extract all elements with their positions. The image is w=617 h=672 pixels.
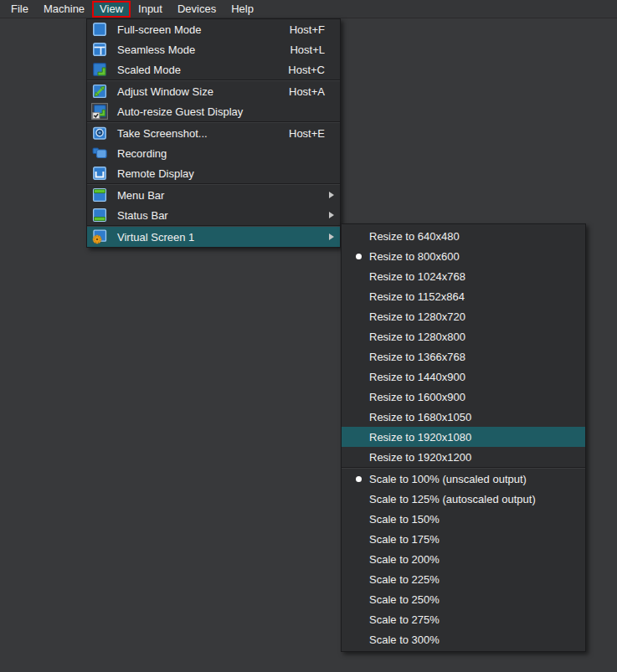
- submenu-arrow-icon: [329, 192, 334, 198]
- menubar-item-help[interactable]: Help: [224, 1, 261, 18]
- submenu-item-scale-to-250[interactable]: Scale to 250%: [342, 589, 585, 609]
- shortcut-label: Host+E: [289, 127, 335, 140]
- submenu-item-resize-to-1440x900[interactable]: Resize to 1440x900: [342, 367, 585, 387]
- shortcut-label: Host+L: [290, 44, 335, 56]
- menu-item-take-screenshot[interactable]: Take Screenshot...Host+E: [87, 123, 340, 143]
- submenu-item-resize-to-800x600[interactable]: Resize to 800x600: [342, 246, 585, 266]
- submenu-item-resize-to-1366x768[interactable]: Resize to 1366x768: [342, 346, 585, 367]
- submenu-item-label: Scale to 100% (unscaled output): [369, 473, 527, 485]
- submenu-item-scale-to-100-unscaled-output[interactable]: Scale to 100% (unscaled output): [342, 469, 585, 489]
- submenu-item-resize-to-1920x1200[interactable]: Resize to 1920x1200: [342, 447, 585, 467]
- menu-item-seamless-mode[interactable]: Seamless ModeHost+L: [87, 39, 340, 59]
- menu-item-full-screen-mode[interactable]: Full-screen ModeHost+F: [87, 19, 340, 39]
- adjust-window-size-icon: [90, 82, 110, 100]
- submenu-item-label: Resize to 1024x768: [369, 270, 465, 283]
- submenu-item-label: Resize to 1920x1200: [369, 451, 471, 464]
- menu-item-label: Take Screenshot...: [117, 127, 208, 140]
- auto-resize-icon: [90, 102, 110, 121]
- submenu-item-label: Scale to 125% (autoscaled output): [369, 493, 536, 505]
- view-menu-popup: Full-screen ModeHost+FSeamless ModeHost+…: [86, 18, 341, 248]
- submenu-item-label: Scale to 225%: [369, 573, 440, 586]
- submenu-item-label: Resize to 1920x1080: [369, 431, 471, 444]
- shortcut-label: Host+A: [289, 85, 335, 98]
- radio-selected-icon: [347, 476, 369, 482]
- menu-item-adjust-window-size[interactable]: Adjust Window SizeHost+A: [87, 81, 340, 101]
- menubar-item-view[interactable]: View: [92, 1, 131, 18]
- menu-item-label: Virtual Screen 1: [117, 231, 194, 244]
- submenu-item-resize-to-1680x1050[interactable]: Resize to 1680x1050: [342, 407, 585, 427]
- menubar-item-file[interactable]: File: [3, 1, 36, 18]
- submenu-item-resize-to-640x480[interactable]: Resize to 640x480: [342, 226, 585, 246]
- menu-item-recording[interactable]: Recording: [87, 143, 340, 163]
- submenu-item-label: Scale to 250%: [369, 593, 440, 606]
- submenu-item-label: Resize to 1366x768: [369, 351, 465, 363]
- virtual-screen-icon: [90, 228, 110, 246]
- menu-item-virtual-screen-1[interactable]: Virtual Screen 1: [87, 227, 340, 247]
- submenu-item-scale-to-300[interactable]: Scale to 300%: [342, 629, 585, 649]
- shortcut-label: Host+C: [288, 64, 335, 76]
- menu-item-label: Adjust Window Size: [117, 85, 213, 98]
- menu-item-scaled-mode[interactable]: Scaled ModeHost+C: [87, 59, 340, 80]
- submenu-item-resize-to-1024x768[interactable]: Resize to 1024x768: [342, 266, 585, 286]
- menu-item-label: Full-screen Mode: [117, 23, 201, 36]
- menu-bar: FileMachineViewInputDevicesHelp: [0, 0, 617, 18]
- submenu-item-resize-to-1280x800[interactable]: Resize to 1280x800: [342, 326, 585, 346]
- menu-item-auto-resize-guest-display[interactable]: Auto-resize Guest Display: [87, 101, 340, 121]
- virtualbox-vm-window: { "menubar": { "items": ["File", "Machin…: [0, 0, 617, 672]
- fullscreen-icon: [90, 20, 110, 38]
- submenu-item-resize-to-1920x1080[interactable]: Resize to 1920x1080: [342, 427, 585, 447]
- submenu-item-label: Resize to 1440x900: [369, 371, 465, 383]
- submenu-item-resize-to-1280x720[interactable]: Resize to 1280x720: [342, 306, 585, 326]
- menu-item-label: Recording: [117, 147, 167, 160]
- menu-bar-icon: [90, 186, 110, 204]
- status-bar-icon: [90, 206, 110, 224]
- submenu-item-scale-to-225[interactable]: Scale to 225%: [342, 569, 585, 589]
- submenu-item-resize-to-1152x864[interactable]: Resize to 1152x864: [342, 286, 585, 306]
- radio-dot-icon: [356, 476, 362, 482]
- submenu-item-label: Scale to 200%: [369, 553, 440, 566]
- submenu-arrow-icon: [329, 233, 334, 240]
- menubar-item-input[interactable]: Input: [131, 1, 170, 18]
- menubar-item-devices[interactable]: Devices: [170, 1, 224, 18]
- submenu-item-resize-to-1600x900[interactable]: Resize to 1600x900: [342, 387, 585, 407]
- seamless-icon: [90, 40, 110, 59]
- menu-item-remote-display[interactable]: Remote Display: [87, 163, 340, 183]
- recording-icon: [90, 144, 110, 162]
- submenu-item-label: Scale to 275%: [369, 613, 440, 626]
- submenu-item-label: Scale to 300%: [369, 634, 440, 646]
- menu-item-label: Auto-resize Guest Display: [117, 105, 243, 118]
- scaled-icon: [90, 60, 110, 79]
- submenu-item-scale-to-275[interactable]: Scale to 275%: [342, 609, 585, 629]
- submenu-item-label: Resize to 1600x900: [369, 391, 465, 403]
- virtual-screen-1-submenu: Resize to 640x480Resize to 800x600Resize…: [341, 223, 586, 652]
- remote-display-icon: [90, 164, 110, 182]
- submenu-item-label: Scale to 150%: [369, 513, 440, 526]
- submenu-item-scale-to-150[interactable]: Scale to 150%: [342, 509, 585, 529]
- submenu-item-label: Resize to 1280x800: [369, 331, 465, 343]
- menu-item-label: Menu Bar: [117, 189, 164, 202]
- submenu-item-scale-to-200[interactable]: Scale to 200%: [342, 549, 585, 569]
- menu-item-menu-bar[interactable]: Menu Bar: [87, 185, 340, 205]
- radio-selected-icon: [347, 254, 369, 259]
- submenu-item-label: Resize to 1152x864: [369, 290, 465, 303]
- submenu-item-label: Resize to 800x600: [369, 250, 460, 263]
- submenu-arrow-icon: [329, 212, 334, 218]
- menu-item-label: Status Bar: [117, 209, 168, 222]
- submenu-item-scale-to-125-autoscaled-output[interactable]: Scale to 125% (autoscaled output): [342, 489, 585, 509]
- menu-item-label: Seamless Mode: [117, 44, 195, 56]
- shortcut-label: Host+F: [290, 23, 335, 36]
- submenu-item-scale-to-175[interactable]: Scale to 175%: [342, 529, 585, 549]
- menu-item-status-bar[interactable]: Status Bar: [87, 205, 340, 225]
- submenu-item-label: Resize to 1680x1050: [369, 411, 471, 423]
- menu-item-label: Remote Display: [117, 167, 194, 180]
- take-screenshot-icon: [90, 124, 110, 142]
- submenu-item-label: Resize to 1280x720: [369, 310, 465, 323]
- menubar-item-machine[interactable]: Machine: [36, 1, 92, 18]
- menu-item-label: Scaled Mode: [117, 64, 181, 76]
- radio-dot-icon: [356, 254, 362, 259]
- submenu-item-label: Resize to 640x480: [369, 230, 460, 243]
- submenu-item-label: Scale to 175%: [369, 533, 440, 546]
